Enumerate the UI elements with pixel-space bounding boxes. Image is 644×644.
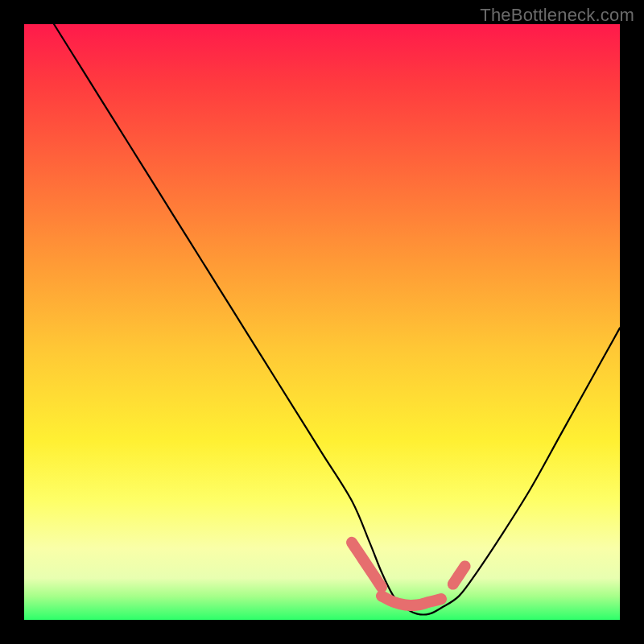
optimal-band-right xyxy=(453,566,465,584)
plot-area xyxy=(24,24,620,620)
optimal-band-left xyxy=(352,543,382,588)
optimal-band-floor xyxy=(382,596,441,605)
watermark-text: TheBottleneck.com xyxy=(480,5,634,26)
curve-svg xyxy=(24,24,620,620)
bottleneck-curve xyxy=(54,24,620,615)
chart-frame: TheBottleneck.com xyxy=(0,0,644,644)
